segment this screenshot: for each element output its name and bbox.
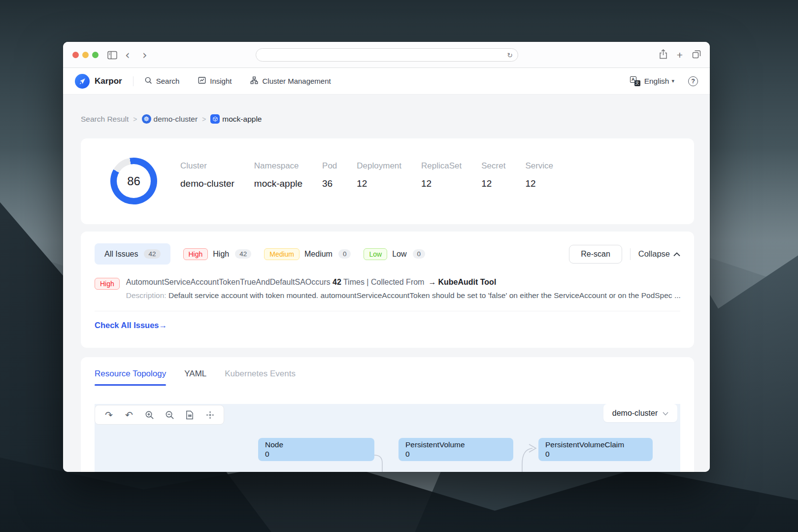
- undo-icon[interactable]: ↶: [124, 409, 134, 420]
- nav-insight-label: Insight: [210, 77, 232, 85]
- stat-namespace: Namespacemock-apple: [254, 161, 302, 189]
- stat-replicaset: ReplicaSet12: [421, 161, 462, 189]
- locate-center-icon[interactable]: [204, 409, 215, 420]
- medium-severity-tag: Medium: [264, 248, 299, 260]
- tab-resource-topology[interactable]: Resource Topology: [95, 369, 166, 386]
- description-label: Description:: [126, 291, 168, 299]
- header-divider: [133, 76, 133, 86]
- high-count-badge: 42: [235, 249, 251, 259]
- nav-cluster-management[interactable]: Cluster Management: [250, 76, 331, 86]
- zoom-out-icon[interactable]: [164, 409, 175, 420]
- breadcrumb: Search Result > ☸ demo-cluster > mock-ap…: [81, 114, 262, 124]
- cluster-selector-dropdown[interactable]: demo-cluster: [603, 404, 677, 422]
- karpor-logo-icon: [75, 74, 90, 89]
- stat-cluster: Clusterdemo-cluster: [180, 161, 234, 189]
- stat-deployment: Deployment12: [357, 161, 401, 189]
- help-icon[interactable]: ?: [688, 76, 698, 86]
- browser-window: ‹ › ↻ +: [63, 42, 710, 472]
- medium-count-badge: 0: [338, 249, 351, 259]
- fit-view-icon[interactable]: [184, 409, 195, 420]
- issues-card: All Issues 42 High High 42 Medium Medium…: [81, 232, 694, 348]
- sidebar-toggle-icon[interactable]: [107, 42, 117, 68]
- filter-high[interactable]: High High 42: [183, 248, 252, 260]
- window-controls: [72, 52, 99, 58]
- issues-filter-row: All Issues 42 High High 42 Medium Medium…: [95, 243, 680, 265]
- medium-label: Medium: [304, 250, 332, 259]
- kubernetes-icon: ☸: [142, 114, 151, 124]
- cluster-hierarchy-icon: [250, 76, 258, 86]
- arrow-right-icon: →: [159, 321, 167, 330]
- health-score-ring: 86: [110, 158, 157, 204]
- browser-toolbar: ‹ › ↻ +: [63, 42, 710, 68]
- low-count-badge: 0: [413, 249, 426, 259]
- summary-card: 86 Clusterdemo-cluster Namespacemock-app…: [81, 138, 694, 224]
- topology-node-persistentvolumeclaim[interactable]: PersistentVolumeClaim0: [538, 438, 653, 461]
- language-caret-icon[interactable]: ▾: [671, 78, 674, 84]
- arrow-right-icon: →: [428, 278, 436, 287]
- toolbar-right: +: [659, 42, 701, 68]
- address-bar[interactable]: ↻: [256, 48, 518, 62]
- issue-item[interactable]: High AutomountServiceAccountTokenTrueAnd…: [95, 278, 680, 300]
- forward-button[interactable]: ›: [142, 42, 147, 68]
- breadcrumb-resource-label: mock-apple: [222, 115, 262, 124]
- brand-name: Karpor: [95, 76, 122, 86]
- topology-card: Resource Topology YAML Kubernetes Events…: [81, 357, 694, 472]
- tab-yaml[interactable]: YAML: [184, 369, 206, 386]
- close-window-button[interactable]: [72, 52, 79, 58]
- summary-stats: Clusterdemo-cluster Namespacemock-apple …: [180, 161, 553, 189]
- issue-times-label: Times: [341, 278, 365, 287]
- nav-cluster-management-label: Cluster Management: [262, 77, 331, 85]
- zoom-window-button[interactable]: [92, 52, 99, 58]
- topology-toolbar: ↷ ↶: [95, 405, 224, 425]
- breadcrumb-separator: >: [133, 115, 137, 123]
- check-all-issues-link[interactable]: Check All Issues→: [95, 321, 167, 330]
- minimize-window-button[interactable]: [82, 52, 89, 58]
- reload-icon[interactable]: ↻: [507, 51, 513, 59]
- issue-title: AutomountServiceAccountTokenTrueAndDefau…: [126, 278, 305, 287]
- filter-all-issues[interactable]: All Issues 42: [95, 243, 170, 265]
- language-selector[interactable]: English: [644, 77, 669, 86]
- detail-tabs: Resource Topology YAML Kubernetes Events: [95, 369, 680, 386]
- issue-collected-label: Collected From: [371, 278, 424, 287]
- nav-search-label: Search: [156, 77, 180, 85]
- cluster-selector-value: demo-cluster: [612, 409, 658, 418]
- collapse-toggle[interactable]: Collapse: [638, 249, 680, 259]
- breadcrumb-cluster[interactable]: ☸ demo-cluster: [142, 114, 198, 124]
- actions-divider: [630, 248, 631, 260]
- low-severity-tag: Low: [364, 248, 387, 260]
- topology-canvas: ↷ ↶: [95, 404, 680, 472]
- breadcrumb-search-result[interactable]: Search Result: [81, 115, 129, 124]
- issue-description: Description: Default service account wit…: [126, 291, 681, 300]
- filter-low[interactable]: Low Low 0: [364, 248, 425, 260]
- breadcrumb-cluster-label: demo-cluster: [154, 115, 198, 124]
- topology-node-persistentvolume[interactable]: PersistentVolume0: [399, 438, 513, 461]
- low-label: Low: [392, 250, 406, 259]
- tab-kubernetes-events[interactable]: Kubernetes Events: [225, 369, 296, 386]
- issue-source: KubeAudit Tool: [438, 278, 496, 287]
- health-score-value: 86: [127, 174, 140, 188]
- language-icon: A 文: [630, 76, 640, 86]
- issue-body: AutomountServiceAccountTokenTrueAndDefau…: [126, 278, 681, 300]
- all-issues-count-badge: 42: [144, 249, 160, 259]
- breadcrumb-separator2: >: [202, 115, 206, 123]
- app-header: Karpor Search Insight: [63, 68, 710, 95]
- nav-search[interactable]: Search: [144, 76, 180, 86]
- chevron-up-icon: [673, 249, 680, 259]
- rescan-button[interactable]: Re-scan: [569, 245, 622, 264]
- tab-overview-icon[interactable]: [692, 50, 701, 61]
- share-icon[interactable]: [659, 49, 667, 61]
- high-label: High: [213, 250, 229, 259]
- zoom-in-icon[interactable]: [144, 409, 155, 420]
- issue-title-line: AutomountServiceAccountTokenTrueAndDefau…: [126, 278, 681, 287]
- filter-medium[interactable]: Medium Medium 0: [264, 248, 351, 260]
- topology-node-node[interactable]: Node0: [258, 438, 374, 461]
- redo-icon[interactable]: ↷: [103, 409, 114, 420]
- nav-insight[interactable]: Insight: [198, 76, 232, 86]
- check-all-wrap: Check All Issues→: [95, 311, 680, 330]
- insight-chart-icon: [198, 76, 206, 86]
- breadcrumb-resource[interactable]: mock-apple: [210, 114, 262, 124]
- new-tab-icon[interactable]: +: [677, 50, 683, 60]
- back-button[interactable]: ‹: [125, 42, 130, 68]
- url-input[interactable]: [261, 49, 507, 61]
- description-text: Default service account with token mount…: [168, 291, 681, 299]
